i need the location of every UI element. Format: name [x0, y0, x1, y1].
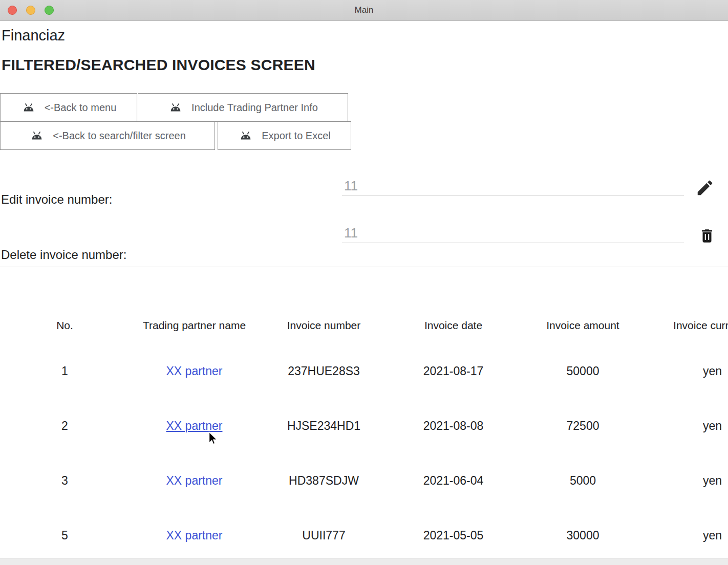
cell-invoice-date: 2021-08-17: [389, 364, 518, 378]
window-controls: [8, 6, 54, 15]
table-row: 1 XX partner 237HUE28S3 2021-08-17 50000…: [0, 344, 728, 399]
cell-invoice-date: 2021-06-04: [389, 474, 518, 488]
partner-link[interactable]: XX partner: [166, 364, 223, 378]
cell-invoice-number: 237HUE28S3: [259, 364, 389, 378]
window-title: Main: [355, 5, 374, 15]
back-to-search-label: <-Back to search/filter screen: [53, 130, 186, 142]
export-to-excel-label: Export to Excel: [262, 130, 331, 142]
header-invoice-amount: Invoice amount: [518, 319, 648, 332]
table-header-row: No. Trading partner name Invoice number …: [0, 307, 728, 344]
cell-no: 2: [0, 419, 130, 433]
cell-invoice-number: UUII777: [259, 529, 389, 542]
zoom-button[interactable]: [45, 6, 54, 15]
android-robot-icon: [29, 131, 45, 141]
cell-invoice-number: HJSE234HD1: [259, 419, 389, 433]
android-robot-icon: [238, 131, 253, 141]
header-invoice-date: Invoice date: [389, 319, 518, 332]
invoices-table: No. Trading partner name Invoice number …: [0, 307, 728, 563]
cell-invoice-date: 2021-05-05: [389, 529, 518, 542]
android-robot-icon: [21, 102, 36, 113]
header-invoice-number: Invoice number: [259, 319, 389, 332]
edit-invoice-label: Edit invoice number:: [1, 192, 112, 207]
cell-invoice-date: 2021-08-08: [389, 419, 518, 433]
section-divider: [0, 267, 728, 267]
back-to-menu-button[interactable]: <-Back to menu: [0, 93, 137, 122]
horizontal-scrollbar[interactable]: [0, 558, 728, 565]
partner-link[interactable]: XX partner: [166, 529, 223, 542]
toolbar-row-1: <-Back to menu Include Trading Partner I…: [0, 93, 728, 122]
android-robot-icon: [168, 102, 183, 113]
cell-no: 1: [0, 364, 130, 378]
back-to-search-button[interactable]: <-Back to search/filter screen: [0, 121, 215, 150]
cell-invoice-number: HD387SDJW: [259, 474, 389, 488]
back-to-menu-label: <-Back to menu: [45, 102, 117, 114]
include-trading-partner-label: Include Trading Partner Info: [191, 102, 318, 114]
cell-no: 3: [0, 474, 130, 488]
cell-invoice-currency: yen: [648, 364, 728, 378]
include-trading-partner-button[interactable]: Include Trading Partner Info: [138, 93, 348, 122]
cell-invoice-amount: 50000: [518, 364, 648, 378]
edit-invoice-input[interactable]: [342, 177, 684, 196]
delete-invoice-label: Delete invoice number:: [1, 248, 126, 262]
minimize-button[interactable]: [26, 6, 35, 15]
window-titlebar[interactable]: Main: [0, 0, 728, 21]
trash-icon: [698, 240, 716, 247]
cell-invoice-currency: yen: [648, 529, 728, 542]
toolbar: <-Back to menu Include Trading Partner I…: [0, 93, 728, 150]
toolbar-row-2: <-Back to search/filter screen Export to…: [0, 121, 728, 150]
header-invoice-currency: Invoice currency: [648, 319, 728, 332]
pencil-icon: [695, 191, 715, 199]
page-title: FILTERED/SEARCHED INVOICES SCREEN: [2, 56, 728, 74]
cell-invoice-amount: 72500: [518, 419, 648, 433]
delete-button[interactable]: [698, 226, 716, 247]
cell-invoice-currency: yen: [648, 419, 728, 433]
header-partner: Trading partner name: [130, 319, 259, 332]
cell-invoice-amount: 5000: [518, 474, 648, 488]
cell-invoice-currency: yen: [648, 474, 728, 488]
app-name: Financiaz: [2, 27, 728, 44]
partner-link[interactable]: XX partner: [166, 419, 223, 432]
partner-link[interactable]: XX partner: [166, 474, 223, 487]
header-no: No.: [0, 319, 130, 332]
export-to-excel-button[interactable]: Export to Excel: [218, 121, 351, 150]
table-row: 5 XX partner UUII777 2021-05-05 30000 ye…: [0, 508, 728, 563]
edit-button[interactable]: [695, 178, 715, 199]
cell-no: 5: [0, 529, 130, 542]
table-row: 2 XX partner HJSE234HD1 2021-08-08 72500…: [0, 399, 728, 453]
cell-invoice-amount: 30000: [518, 529, 648, 542]
table-row: 3 XX partner HD387SDJW 2021-06-04 5000 y…: [0, 453, 728, 508]
close-button[interactable]: [8, 6, 17, 15]
delete-invoice-input[interactable]: [342, 224, 684, 243]
